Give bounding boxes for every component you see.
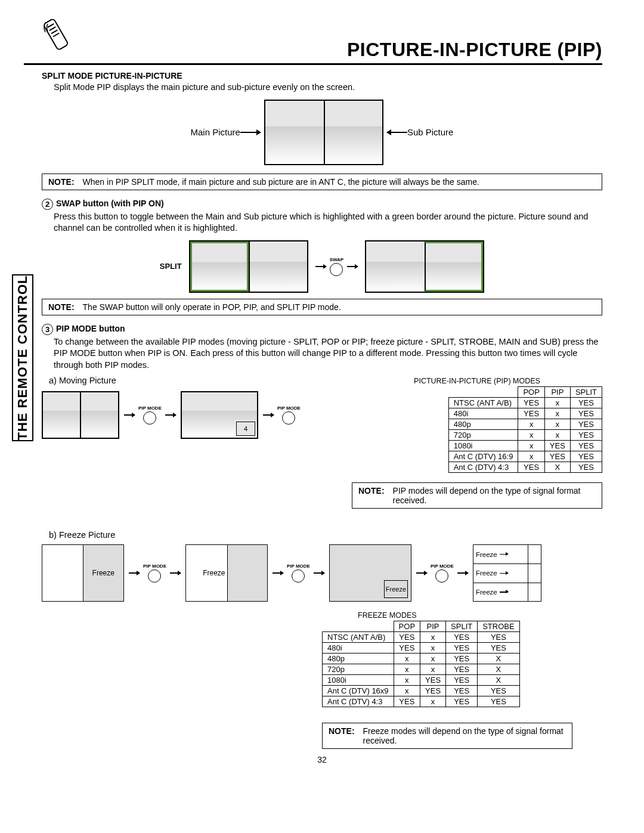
page-number: 32 xyxy=(0,755,644,764)
split-mode-text: Split Mode PIP displays the main picture… xyxy=(54,82,602,94)
freeze-modes-table: POPPIPSPLITSTROBENTSC (ANT A/B)YESxYESYE… xyxy=(322,621,520,707)
swap-text: Press this button to toggle between the … xyxy=(54,211,602,234)
svg-rect-0 xyxy=(43,18,68,50)
side-section-label: THE REMOTE CONTROL xyxy=(12,274,33,441)
split-illustration: Main Picture Sub Picture xyxy=(42,100,602,165)
swap-illustration: SPLIT SWAP xyxy=(42,240,602,293)
page-title: PICTURE-IN-PICTURE (PIP) xyxy=(24,39,602,65)
swap-btn-label: SWAP xyxy=(330,257,344,262)
freeze-picture-label: b) Freeze Picture xyxy=(49,530,602,540)
remote-icon xyxy=(42,17,72,52)
swap-button-icon xyxy=(330,263,343,276)
pip-table-title: PICTURE-IN-PICTURE (PIP) MODES xyxy=(352,377,602,385)
swap-heading: 2SWAP button (with PIP ON) xyxy=(42,199,602,210)
freeze-picture-row: Freeze PIP MODE Freeze PIP MODE Freeze xyxy=(42,544,602,602)
pip-modes-table: POPPIPSPLITNTSC (ANT A/B)YESxYES480iYESx… xyxy=(448,386,602,473)
note-box-3: NOTE: PIP modes will depend on the type … xyxy=(352,482,602,509)
note-box-2: NOTE: The SWAP button will only operate … xyxy=(42,299,602,315)
note-box-4: NOTE: Freeze modes will depend on the ty… xyxy=(322,723,572,749)
main-picture-label: Main Picture xyxy=(191,127,240,137)
split-label: SPLIT xyxy=(160,262,182,271)
freeze-table-title: FREEZE MODES xyxy=(358,611,602,620)
sub-picture-label: Sub Picture xyxy=(407,127,454,137)
note-box-1: NOTE: When in PIP SPLIT mode, if main pi… xyxy=(42,174,602,190)
pipmode-text: To change between the available PIP mode… xyxy=(54,336,602,371)
moving-picture-row: PIP MODE 4 PIP MODE xyxy=(42,391,352,439)
split-mode-heading: SPLIT MODE PICTURE-IN-PICTURE xyxy=(42,71,602,80)
pipmode-heading: 3PIP MODE button xyxy=(42,324,602,335)
